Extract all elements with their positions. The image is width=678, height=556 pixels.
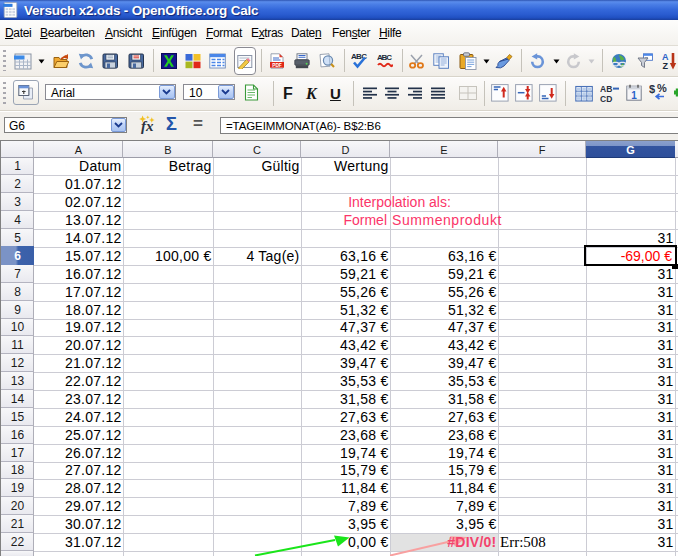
svg-text:ABC: ABC — [377, 53, 392, 62]
svg-text:%: % — [657, 83, 667, 94]
svg-text:A: A — [662, 52, 669, 62]
svg-text:AB: AB — [600, 84, 612, 94]
svg-text:Z: Z — [663, 61, 669, 71]
svg-text:CD: CD — [600, 94, 612, 104]
svg-text:$: $ — [649, 83, 655, 95]
svg-text:1: 1 — [631, 90, 637, 101]
svg-text:PDF: PDF — [272, 63, 282, 68]
